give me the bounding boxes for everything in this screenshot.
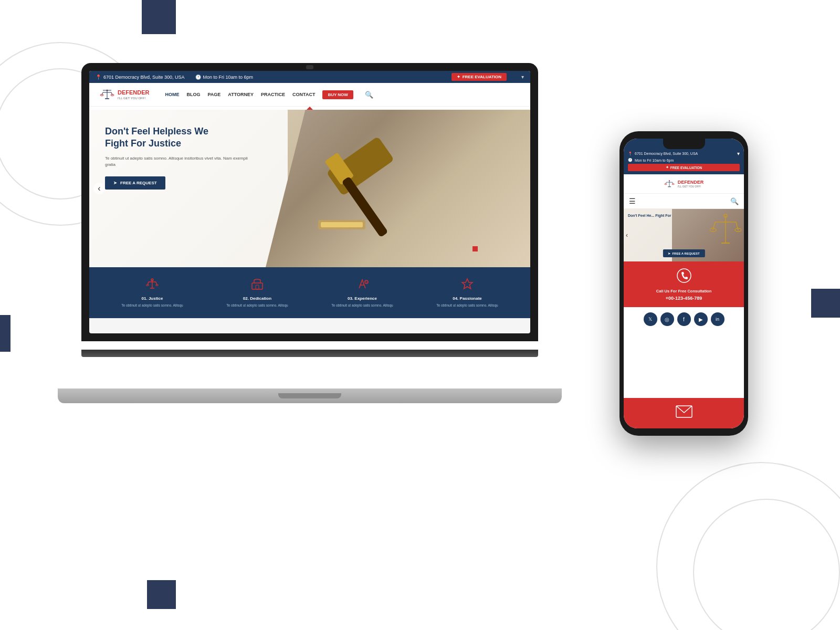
feature-experience-text: Te obtinuit ut adepto satis somno. Allis… xyxy=(316,303,408,308)
phone-clock-icon: 🕐 xyxy=(628,158,633,162)
bg-rect-left xyxy=(0,315,10,352)
site-logo: DEFENDER I'LL GET YOU OFF! xyxy=(100,87,150,102)
topbar-hours: Mon to Fri 10am to 6pm xyxy=(203,75,254,80)
topbar-cta-button[interactable]: ✦ FREE EVALUATION xyxy=(452,73,507,81)
email-icon xyxy=(631,405,737,421)
social-youtube-button[interactable]: ▶ xyxy=(694,312,708,326)
phone-topbar-hours-row: 🕐 Mon to Fri 10am to 6pm xyxy=(628,158,740,162)
laptop-hinge xyxy=(81,350,538,357)
phone-outer: 📍 6701 Democracy Blvd, Suite 300, USA ▾ … xyxy=(620,131,748,436)
feature-passionate: 04. Passionate Te obtinuit ut adepto sat… xyxy=(421,278,513,308)
svg-line-4 xyxy=(111,92,112,95)
feature-dedication-icon xyxy=(211,278,303,293)
phone-cta-label: FREE EVALUATION xyxy=(670,166,702,170)
bg-rect-right xyxy=(811,289,840,318)
svg-marker-29 xyxy=(462,279,472,289)
site-navbar: DEFENDER I'LL GET YOU OFF! HOME BLOG PAG… xyxy=(89,83,530,107)
phone-nav-row: ☰ 🔍 xyxy=(624,194,744,209)
svg-line-34 xyxy=(672,182,673,184)
hero-body-text: Te obtinuit ut adepto satis somno. Allis… xyxy=(105,155,252,168)
twitter-icon: 𝕏 xyxy=(648,317,652,322)
hero-prev-arrow[interactable]: ‹ xyxy=(93,183,105,194)
circle-decorator-bottomright xyxy=(656,462,840,630)
hamburger-icon[interactable]: ☰ xyxy=(629,197,636,205)
star-icon: ✦ xyxy=(457,75,460,79)
social-twitter-button[interactable]: 𝕏 xyxy=(644,312,657,326)
linkedin-icon: in xyxy=(716,317,719,322)
phone-notch xyxy=(663,139,705,149)
svg-line-33 xyxy=(666,182,666,184)
nav-home[interactable]: HOME xyxy=(165,92,180,97)
nav-blog[interactable]: BLOG xyxy=(187,92,201,97)
laptop-outer: 📍 6701 Democracy Blvd, Suite 300, USA 🕐 … xyxy=(81,63,538,357)
svg-rect-25 xyxy=(256,285,259,289)
phone-topbar-cta[interactable]: ✦ FREE EVALUATION xyxy=(628,164,740,171)
phone-location-icon: 📍 xyxy=(628,152,633,156)
nav-buy-button[interactable]: BUY NOW xyxy=(322,90,353,99)
phone-email-bar[interactable] xyxy=(624,398,744,428)
phone-consult-phone: +00-123-456-789 xyxy=(630,296,738,301)
hero-red-dot xyxy=(472,246,478,251)
phone-brand: DEFENDER xyxy=(678,180,704,185)
svg-rect-22 xyxy=(252,283,262,289)
laptop-notch xyxy=(306,65,313,69)
hero-cta-button[interactable]: ➤ FREE A REQUEST xyxy=(105,176,165,190)
phone-scales-icon xyxy=(664,178,675,189)
feature-experience-title: 03. Experience xyxy=(316,296,408,301)
phone-hero-cta[interactable]: ➤ FREE A REQUEST xyxy=(663,249,705,257)
feature-dedication-text: Te obtinuit ut adepto satis somno. Allis… xyxy=(211,303,303,308)
phone-topbar-address-row: 📍 6701 Democracy Blvd, Suite 300, USA ▾ xyxy=(628,151,740,156)
hero-cta-label: FREE A REQUEST xyxy=(120,181,157,185)
phone-hero-text: Don't Feel He... Fight For xyxy=(628,213,671,218)
laptop: 📍 6701 Democracy Blvd, Suite 300, USA 🕐 … xyxy=(81,63,538,388)
feature-justice-icon xyxy=(106,278,198,293)
phone-topbar-chevron-icon[interactable]: ▾ xyxy=(737,151,740,156)
topbar-cta-label: FREE EVALUATION xyxy=(463,75,501,79)
feature-dedication: 02. Dedication Te obtinuit ut adepto sat… xyxy=(211,278,303,308)
nav-practice[interactable]: PRACTICE xyxy=(261,92,285,97)
scales-logo-icon xyxy=(100,87,114,102)
laptop-screen: 📍 6701 Democracy Blvd, Suite 300, USA 🕐 … xyxy=(89,71,530,333)
social-facebook-button[interactable]: f xyxy=(677,312,691,326)
phone-social-bar: 𝕏 ◎ f ▶ in xyxy=(624,307,744,331)
logo-text-block: DEFENDER I'LL GET YOU OFF! xyxy=(118,89,150,99)
youtube-icon: ▶ xyxy=(699,317,703,322)
laptop-base-notch xyxy=(278,393,341,398)
social-linkedin-button[interactable]: in xyxy=(711,312,724,326)
feature-justice-text: Te obtinuit ut adepto satis somno. Allis… xyxy=(106,303,198,308)
nav-search-icon[interactable]: 🔍 xyxy=(365,91,373,99)
topbar-address: 6701 Democracy Blvd, Suite 300, USA xyxy=(103,75,185,80)
nav-attorney[interactable]: ATTORNEY xyxy=(228,92,254,97)
feature-justice-title: 01. Justice xyxy=(106,296,198,301)
svg-rect-13 xyxy=(321,222,363,227)
nav-contact[interactable]: CONTACT xyxy=(292,92,315,97)
gavel-svg xyxy=(287,120,470,251)
bg-rect-top xyxy=(142,0,176,34)
hero-content: Don't Feel Helpless We Fight For Justice… xyxy=(105,125,252,190)
laptop-base xyxy=(58,388,562,403)
social-instagram-button[interactable]: ◎ xyxy=(660,312,674,326)
hero-title: Don't Feel Helpless We Fight For Justice xyxy=(105,125,252,150)
circle-decorator-bottomright2 xyxy=(693,499,840,630)
nav-page[interactable]: PAGE xyxy=(208,92,221,97)
phone-topbar: 📍 6701 Democracy Blvd, Suite 300, USA ▾ … xyxy=(624,149,744,174)
phone-hero-prev-arrow[interactable]: ‹ xyxy=(626,232,628,239)
phone: 📍 6701 Democracy Blvd, Suite 300, USA ▾ … xyxy=(620,131,748,436)
location-icon: 📍 xyxy=(96,75,101,80)
topbar-address-item: 📍 6701 Democracy Blvd, Suite 300, USA xyxy=(96,75,185,80)
phone-search-icon[interactable]: 🔍 xyxy=(730,197,739,205)
clock-icon: 🕐 xyxy=(195,75,201,80)
phone-address: 6701 Democracy Blvd, Suite 300, USA xyxy=(635,152,698,155)
svg-line-28 xyxy=(366,281,368,283)
feature-justice: 01. Justice Te obtinuit ut adepto satis … xyxy=(106,278,198,308)
svg-point-46 xyxy=(677,269,691,282)
site-topbar: 📍 6701 Democracy Blvd, Suite 300, USA 🕐 … xyxy=(89,71,530,83)
topbar-hours-item: 🕐 Mon to Fri 10am to 6pm xyxy=(195,75,254,80)
feature-experience-icon xyxy=(316,278,408,293)
instagram-icon: ◎ xyxy=(665,317,669,322)
feature-experience: 03. Experience Te obtinuit ut adepto sat… xyxy=(316,278,408,308)
feature-passionate-text: Te obtinuit ut adepto satis somno. Allis… xyxy=(421,303,513,308)
feature-passionate-icon xyxy=(421,278,513,293)
topbar-chevron-icon[interactable]: ▾ xyxy=(521,74,524,80)
phone-screen: 📍 6701 Democracy Blvd, Suite 300, USA ▾ … xyxy=(624,139,744,428)
